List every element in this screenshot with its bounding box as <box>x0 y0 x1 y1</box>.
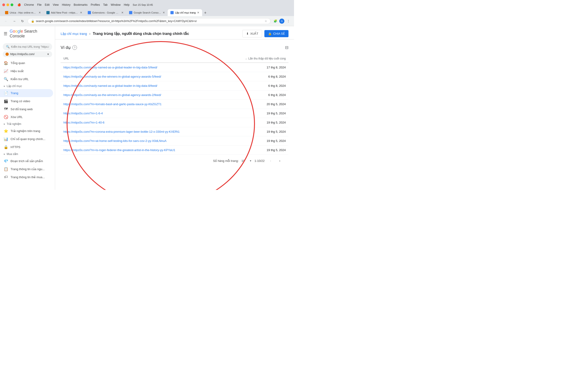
tab-active[interactable]: Lập chỉ mục trang ✕ <box>168 9 202 16</box>
site-selector[interactable]: https://mtips5s.com/ ▼ <box>3 51 52 57</box>
address-bar[interactable]: 🔒 search.google.com/search-console/index… <box>28 18 271 24</box>
sidebar-item-trai-nghiem-tren-trang[interactable]: ⭐ Trải nghiệm trên trang <box>0 127 53 135</box>
sidebar-item-doan-trich[interactable]: 💎 Đoạn trích về sản phẩm <box>0 157 53 165</box>
help-menu[interactable]: Help <box>124 3 130 6</box>
collapse-icon[interactable]: ▾ <box>4 153 5 155</box>
breadcrumb: Lập chỉ mục trang › Trang trùng lặp, ngư… <box>55 26 294 39</box>
window-menu[interactable]: Window <box>111 3 120 6</box>
sitemap-icon: 🗺 <box>4 107 8 111</box>
table-cell-url[interactable]: https://mtips5s.com/?m=at-home-self-test… <box>61 136 226 146</box>
tab-close-gsc-bing[interactable]: ✕ <box>163 11 165 14</box>
table-cell-url[interactable]: https://mtips5s.com/?m=corona-extra-prem… <box>61 127 226 136</box>
table-row: https://mtips5s.com/naxly-named-as-a-glo… <box>61 63 289 72</box>
tab-gsc-bing[interactable]: Google Search Console & Bin... ✕ <box>126 9 168 16</box>
sidebar-item-so-do-trang-web[interactable]: 🗺 Sơ đồ trang web <box>0 105 53 113</box>
sort-arrow-icon[interactable]: ↓ <box>245 57 247 60</box>
pagination: Số hàng mỗi trang: 10 25 50 ▼ 1-10/22 ‹ … <box>61 155 289 167</box>
sidebar-search[interactable]: 🔍 <box>3 43 52 50</box>
bookmark-icon[interactable]: ☆ <box>265 19 267 23</box>
magnifier-icon: 🔍 <box>4 77 8 81</box>
collapse-icon[interactable]: ▾ <box>4 123 5 125</box>
group-label-lap-chi-muc: ▾ Lập chỉ mục <box>0 83 55 89</box>
next-page-button[interactable]: › <box>276 157 283 164</box>
hamburger-icon[interactable]: ☰ <box>4 31 7 36</box>
group-label-trai-nghiem: ▾ Trải nghiệm <box>0 121 55 127</box>
edit-menu[interactable]: Edit <box>45 3 50 6</box>
table-cell-url[interactable]: https://mtips5s.com/?m=is-roger-federer-… <box>61 146 226 155</box>
apple-menu[interactable]: 🍎 <box>18 3 21 6</box>
tab-close-unica[interactable]: ✕ <box>39 11 41 14</box>
share-button[interactable]: 🔒 CHIA SẺ <box>264 30 289 37</box>
filter-icon[interactable]: ⊟ <box>285 45 289 50</box>
more-menu-icon[interactable]: ⋮ <box>285 18 291 24</box>
nav-icons: 🧩 G ⋮ <box>273 18 291 24</box>
tab-menu[interactable]: Tab <box>103 3 107 6</box>
table-row: https://mtips5s.com/?m=is-roger-federer-… <box>61 146 289 155</box>
gsc-logo: Google Search Console <box>10 29 51 38</box>
sidebar-item-hieu-suat[interactable]: 📈 Hiệu suất <box>0 67 53 75</box>
new-tab-button[interactable]: + <box>202 10 209 16</box>
sidebar-item-trang[interactable]: 📄 Trang <box>0 89 53 97</box>
sidebar-item-https[interactable]: 🔒 HTTPS <box>0 143 53 151</box>
tab-close-addnewpost[interactable]: ✕ <box>80 11 82 14</box>
extensions-icon[interactable]: 🧩 <box>273 18 278 24</box>
breadcrumb-separator: › <box>89 32 91 36</box>
table-cell-url[interactable]: https://mtips5s.com/naxly-as-the-winners… <box>61 72 226 81</box>
main-content: Ví dụ ? ⊟ URL ↓ Lần thu thập dữ liệu cuố… <box>55 39 294 172</box>
forward-button[interactable]: → <box>11 18 18 24</box>
table-cell-url[interactable]: https://mtips5s.com/naxly-as-the-winners… <box>61 91 226 100</box>
export-button[interactable]: ⬇ XUẤT <box>242 30 262 38</box>
file-menu[interactable]: File <box>37 3 41 6</box>
sidebar-item-trang-thong-tin-ngu[interactable]: 📋 Trang thông tin của ngu... <box>0 165 53 173</box>
table-cell-url[interactable]: https://mtips5s.com/naxly-named-as-a-glo… <box>61 63 226 72</box>
table-row: https://mtips5s.com/naxly-named-as-a-glo… <box>61 81 289 91</box>
table-cell-url[interactable]: https://mtips5s.com/?m=1-6-4 <box>61 109 226 118</box>
close-button[interactable] <box>2 3 5 6</box>
tab-label-active: Lập chỉ mục trang <box>175 11 196 14</box>
sidebar-item-trang-thong-tin-the[interactable]: 🏷 Trang thông tin thẻ mua... <box>0 173 53 181</box>
rows-per-page-select[interactable]: 10 25 50 <box>241 159 248 163</box>
table-cell-url[interactable]: https://mtips5s.com/naxly-named-as-a-glo… <box>61 81 226 91</box>
sidebar-item-xoa-url[interactable]: 🚫 Xóa URL <box>0 113 53 121</box>
sidebar-item-label: Trang có video <box>11 99 30 103</box>
prev-page-button[interactable]: ‹ <box>267 157 274 164</box>
history-menu[interactable]: History <box>62 3 71 6</box>
profile-icon[interactable]: G <box>279 19 284 24</box>
sidebar-item-tong-quan[interactable]: 🏠 Tổng quan <box>0 59 53 67</box>
tab-close-extensions[interactable]: ✕ <box>121 11 124 14</box>
tab-unica[interactable]: Unica - Học online mọi kỹ nă... ✕ <box>2 9 44 16</box>
table-cell-url[interactable]: https://mtips5s.com/?m=1-40-6 <box>61 118 226 127</box>
tab-addnewpost[interactable]: Add New Post ‹ mtips5s — W... ✕ <box>44 9 85 16</box>
main-wrapper: Lập chỉ mục trang › Trang trùng lặp, ngư… <box>55 26 294 190</box>
search-input[interactable] <box>11 45 49 48</box>
profiles-menu[interactable]: Profiles <box>91 3 100 6</box>
fullscreen-button[interactable] <box>11 3 13 6</box>
sidebar-item-label: Xóa URL <box>11 115 23 119</box>
view-menu[interactable]: View <box>53 3 59 6</box>
table-cell-date: 6 thg 8, 2024 <box>226 91 289 100</box>
collapse-icon[interactable]: ▾ <box>4 85 5 88</box>
sidebar-item-chi-so-quan-trong[interactable]: 📊 Chỉ số quan trọng chính... <box>0 135 53 143</box>
minimize-button[interactable] <box>6 3 9 6</box>
table-row: https://mtips5s.com/?m=at-home-self-test… <box>61 136 289 146</box>
back-button[interactable]: ← <box>3 18 9 24</box>
tab-close-active[interactable]: ✕ <box>197 11 199 14</box>
nav-bar: ← → ↻ 🔒 search.google.com/search-console… <box>0 16 294 26</box>
traffic-lights <box>2 3 13 6</box>
table-cell-date: 19 thg 5, 2024 <box>226 118 289 127</box>
table-cell-date: 19 thg 5, 2024 <box>226 109 289 118</box>
info-circle-icon[interactable]: ? <box>72 45 77 50</box>
breadcrumb-parent[interactable]: Lập chỉ mục trang <box>61 32 87 36</box>
lock-icon: 🔒 <box>31 19 35 23</box>
chrome-menu[interactable]: Chrome <box>24 3 34 6</box>
reload-button[interactable]: ↻ <box>19 18 26 24</box>
bookmarks-menu[interactable]: Bookmarks <box>74 3 88 6</box>
rows-selector[interactable]: 10 25 50 ▼ <box>241 159 252 163</box>
col-date-header: ↓ Lần thu thập dữ liệu cuối cùng <box>226 55 289 63</box>
table-cell-url[interactable]: https://mtips5s.com/?m=tomato-basil-and-… <box>61 100 226 109</box>
sidebar-item-trang-co-video[interactable]: 🎬 Trang có video <box>0 97 53 105</box>
tab-extensions[interactable]: Extensions - Google Search C... ✕ <box>85 9 126 16</box>
sidebar-item-kiem-tra-url[interactable]: 🔍 Kiểm tra URL <box>0 75 53 83</box>
sidebar-item-label: Trải nghiệm trên trang <box>11 129 40 133</box>
sidebar-item-label: Hiệu suất <box>11 69 23 73</box>
